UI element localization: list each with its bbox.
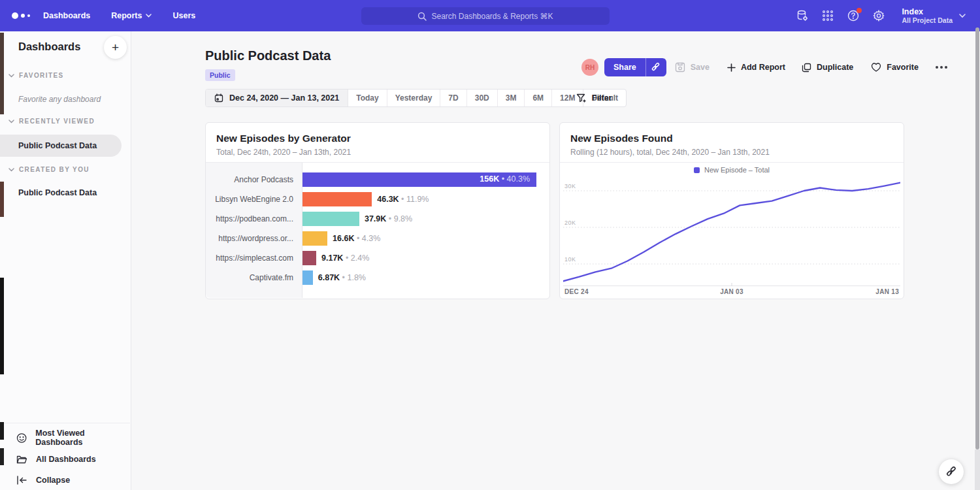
bar-category-label: Captivate.fm (206, 273, 302, 282)
preset-3m[interactable]: 3M (498, 90, 525, 106)
card-subtitle: Rolling (12 hours), total, Dec 24th, 202… (570, 148, 893, 157)
heart-icon (871, 63, 881, 72)
bar-track: 9.17K • 2.4% (302, 251, 549, 265)
x-tick-label: JAN 13 (875, 288, 899, 295)
project-name: Index (902, 7, 953, 16)
chevron-down-icon (8, 120, 14, 123)
favorites-empty-text: Favorite any dashboard (18, 95, 101, 104)
plus-icon (727, 63, 736, 72)
sidebar-item-public-podcast-data[interactable]: Public Podcast Data (0, 182, 122, 204)
bar-track: 16.6K • 4.3% (302, 231, 549, 246)
bar-category-label: https://podbean.com... (206, 214, 302, 223)
nav-users[interactable]: Users (172, 11, 195, 20)
avatar[interactable]: RH (581, 59, 598, 76)
page-title: Public Podcast Data (205, 48, 331, 63)
sidebar-item-public-podcast-data[interactable]: Public Podcast Data (0, 135, 122, 157)
nav-reports[interactable]: Reports (111, 11, 152, 20)
filter-label: Filter (592, 93, 612, 103)
card-title: New Episodes Found (570, 133, 893, 144)
share-button[interactable]: Share (604, 58, 646, 76)
bar-rows: Anchor Podcasts156K • 40.3%Libsyn WebEng… (206, 172, 549, 290)
nav-dashboards[interactable]: Dashboards (43, 11, 90, 20)
main-content: Public Podcast Data Public RH Share Save… (131, 31, 980, 490)
scrollbar-thumb[interactable] (975, 27, 979, 449)
bar[interactable] (302, 251, 316, 265)
link-icon (946, 466, 957, 478)
notification-badge (857, 8, 862, 13)
smiley-icon (16, 433, 27, 444)
card-title: New Episodes by Generator (216, 133, 539, 144)
preset-30d[interactable]: 30D (467, 90, 498, 106)
bar-row: https://simplecast.com9.17K • 2.4% (206, 251, 549, 265)
help-icon[interactable] (847, 9, 860, 22)
bar[interactable] (302, 270, 313, 285)
favorite-button[interactable]: Favorite (871, 63, 919, 72)
sidebar-item-label: Public Podcast Data (18, 188, 97, 197)
app-logo[interactable] (12, 12, 38, 19)
search-icon (417, 12, 427, 21)
nav-label: Dashboards (43, 11, 90, 20)
bar-category-label: https://simplecast.com (206, 253, 302, 263)
bar-track: 37.9K • 9.8% (302, 212, 549, 226)
scrollbar-track[interactable] (975, 449, 980, 490)
line-series[interactable] (563, 183, 900, 282)
bar-value-label: 6.87K • 1.8% (318, 273, 366, 282)
share-link-floating-button[interactable] (939, 459, 964, 484)
project-switcher[interactable]: Index All Project Data (902, 7, 966, 24)
line-chart-svg: 10K20K30K (563, 167, 900, 286)
all-dashboards-button[interactable]: All Dashboards (0, 449, 130, 470)
bar[interactable]: 156K • 40.3% (302, 172, 536, 187)
bar-value-label: 9.17K • 2.4% (321, 253, 369, 263)
data-sources-icon[interactable] (796, 9, 809, 22)
chevron-down-icon (146, 14, 152, 18)
bar-value-label: 16.6K • 4.3% (333, 234, 380, 243)
preset-yesterday[interactable]: Yesterday (387, 90, 441, 106)
section-label: RECENTLY VIEWED (19, 118, 95, 125)
bar[interactable] (302, 231, 327, 246)
add-report-button[interactable]: Add Report (727, 63, 785, 72)
date-range-toolbar: Dec 24, 2020 — Jan 13, 2021 TodayYesterd… (205, 89, 627, 107)
chevron-down-icon (8, 74, 14, 78)
calendar-icon (214, 93, 223, 103)
report-card-new-episodes-by-generator: New Episodes by Generator Total, Dec 24t… (205, 122, 550, 299)
section-favorites[interactable]: FAVORITES (0, 72, 131, 79)
bar[interactable] (302, 192, 372, 206)
add-dashboard-button[interactable]: + (104, 36, 127, 59)
copy-link-button[interactable] (646, 58, 666, 76)
logo-dot (27, 14, 30, 17)
bar-value-label: 37.9K • 9.8% (365, 214, 412, 223)
dashboard-actions: RH Share Save Add Report Duplicate Favor… (581, 58, 947, 76)
date-range-label: Dec 24, 2020 — Jan 13, 2021 (229, 93, 339, 103)
settings-gear-icon[interactable] (872, 9, 885, 22)
preset-today[interactable]: Today (348, 90, 387, 106)
topbar-actions: Index All Project Data (796, 0, 980, 31)
preset-6m[interactable]: 6M (525, 90, 552, 106)
collapse-sidebar-button[interactable]: Collapse (0, 470, 130, 490)
duplicate-button[interactable]: Duplicate (802, 63, 853, 73)
filter-button[interactable]: Filter (576, 89, 612, 107)
bar-chart: Anchor Podcasts156K • 40.3%Libsyn WebEng… (206, 163, 549, 298)
bar-track: 6.87K • 1.8% (302, 270, 549, 285)
apps-grid-icon[interactable] (821, 9, 834, 22)
bar-row: Captivate.fm6.87K • 1.8% (206, 270, 549, 285)
bar-row: Libsyn WebEngine 2.046.3K • 11.9% (206, 192, 549, 206)
more-options-button[interactable] (936, 66, 947, 69)
date-range-picker[interactable]: Dec 24, 2020 — Jan 13, 2021 (206, 90, 348, 106)
section-created-by-you[interactable]: CREATED BY YOU (0, 166, 131, 173)
section-recently-viewed[interactable]: RECENTLY VIEWED (0, 118, 131, 125)
background-window-sliver (0, 448, 4, 465)
save-button[interactable]: Save (675, 62, 710, 73)
top-nav-bar: Dashboards Reports Users Search Dashboar… (0, 0, 980, 31)
preset-7d[interactable]: 7D (440, 90, 466, 106)
most-viewed-dashboards-button[interactable]: Most Viewed Dashboards (0, 427, 130, 448)
bar[interactable] (302, 212, 359, 226)
y-tick-label: 10K (564, 256, 576, 263)
bar-value-label: 156K • 40.3% (480, 174, 530, 184)
add-report-label: Add Report (741, 63, 785, 72)
chevron-down-icon (959, 14, 966, 18)
report-card-new-episodes-found: New Episodes Found Rolling (12 hours), t… (559, 122, 904, 299)
search-input[interactable]: Search Dashboards & Reports ⌘K (361, 7, 610, 25)
section-label: CREATED BY YOU (19, 166, 90, 173)
bar-track: 156K • 40.3% (302, 172, 549, 187)
footer-item-label: All Dashboards (36, 455, 96, 464)
